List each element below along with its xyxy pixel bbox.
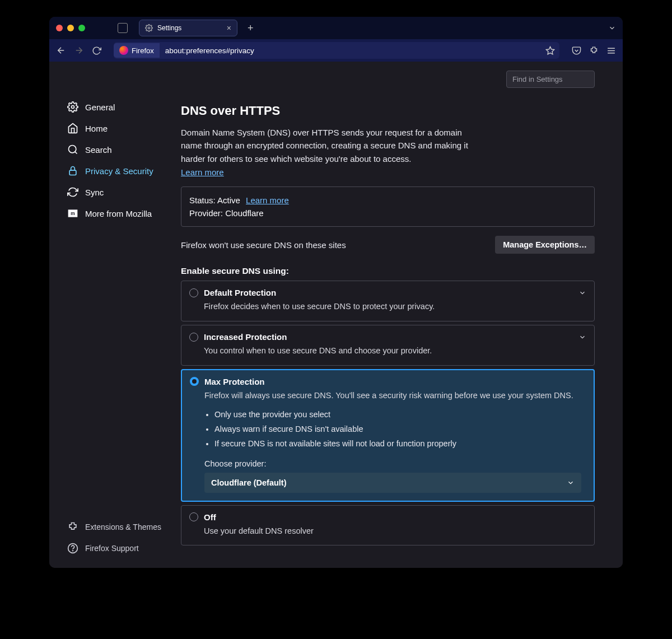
- provider-select[interactable]: Cloudflare (Default): [204, 473, 581, 493]
- exceptions-text: Firefox won't use secure DNS on these si…: [181, 240, 346, 250]
- sidebar-item-privacy[interactable]: Privacy & Security: [63, 160, 175, 181]
- svg-text:m: m: [71, 211, 74, 216]
- sidebar-item-extensions[interactable]: Extensions & Themes: [63, 516, 175, 538]
- option-title: Increased Protection: [204, 332, 287, 342]
- manage-exceptions-button[interactable]: Manage Exceptions…: [495, 236, 595, 254]
- learn-more-link[interactable]: Learn more: [181, 167, 224, 177]
- star-icon: [545, 46, 555, 55]
- settings-search-input[interactable]: [506, 71, 595, 88]
- enable-heading: Enable secure DNS using:: [181, 266, 595, 276]
- sidebar-item-label: Search: [85, 145, 112, 155]
- sidebar-item-mozilla[interactable]: m More from Mozilla: [63, 203, 175, 224]
- provider-line: Provider: Cloudflare: [189, 207, 586, 220]
- svg-line-9: [75, 152, 77, 154]
- svg-point-14: [73, 551, 73, 551]
- sidebar-item-general[interactable]: General: [63, 96, 175, 118]
- sidebar-item-support[interactable]: Firefox Support: [63, 538, 175, 559]
- provider-value: Cloudflare: [225, 208, 263, 218]
- status-box: Status: Active Learn more Provider: Clou…: [181, 186, 595, 227]
- option-desc: Firefox decides when to use secure DNS t…: [204, 301, 586, 313]
- status-learn-more-link[interactable]: Learn more: [246, 194, 289, 207]
- expand-button[interactable]: [578, 333, 586, 341]
- browser-tab[interactable]: Settings ×: [139, 20, 237, 36]
- close-window-button[interactable]: [56, 25, 63, 31]
- bookmark-button[interactable]: [545, 46, 555, 55]
- sidebar-item-label: Firefox Support: [85, 544, 139, 553]
- chevron-down-icon: [567, 479, 575, 487]
- select-value: Cloudflare (Default): [211, 478, 287, 487]
- puzzle-icon: [589, 46, 599, 55]
- puzzle-icon: [67, 521, 78, 533]
- chevron-down-icon: [578, 333, 586, 341]
- url-bar[interactable]: Firefox about:preferences#privacy: [114, 42, 559, 59]
- exceptions-row: Firefox won't use secure DNS on these si…: [181, 236, 595, 254]
- option-title: Max Protection: [204, 377, 265, 386]
- svg-rect-10: [69, 170, 76, 175]
- app-menu-button[interactable]: [606, 46, 616, 55]
- sidebar-item-search[interactable]: Search: [63, 139, 175, 160]
- search-row: [181, 71, 595, 88]
- reload-icon: [92, 46, 101, 55]
- arrow-left-icon: [56, 45, 66, 55]
- reload-button[interactable]: [92, 46, 101, 55]
- provider-label: Provider:: [189, 208, 225, 218]
- maximize-window-button[interactable]: [78, 25, 85, 31]
- bullet-item: Always warn if secure DNS isn't availabl…: [214, 425, 586, 433]
- lock-icon: [67, 165, 78, 176]
- sidebar-item-label: Home: [85, 124, 108, 133]
- bullet-item: If secure DNS is not available sites wil…: [214, 439, 586, 448]
- sidebar-item-sync[interactable]: Sync: [63, 181, 175, 203]
- radio-button[interactable]: [189, 333, 198, 342]
- minimize-window-button[interactable]: [67, 25, 74, 31]
- pocket-icon: [572, 46, 581, 55]
- firefox-window: Settings × + Firefox about:preferences#p…: [49, 17, 623, 568]
- option-title: Default Protection: [204, 288, 276, 297]
- gear-icon: [67, 101, 78, 113]
- arrow-right-icon: [74, 45, 84, 55]
- gear-icon: [145, 24, 153, 32]
- chevron-down-icon: [578, 289, 586, 297]
- sidebar-bottom: Extensions & Themes Firefox Support: [63, 516, 175, 559]
- titlebar: Settings × +: [49, 17, 623, 39]
- home-icon: [67, 123, 78, 134]
- help-icon: [67, 543, 78, 554]
- page-description: Domain Name System (DNS) over HTTPS send…: [181, 126, 483, 165]
- radio-button[interactable]: [189, 512, 198, 521]
- pocket-button[interactable]: [572, 46, 581, 55]
- forward-button[interactable]: [74, 45, 84, 55]
- close-tab-button[interactable]: ×: [227, 24, 231, 32]
- svg-point-7: [72, 106, 74, 109]
- radio-button[interactable]: [189, 288, 198, 297]
- sidebar-item-label: More from Mozilla: [85, 209, 152, 218]
- svg-point-0: [148, 27, 150, 29]
- new-tab-button[interactable]: +: [248, 22, 254, 34]
- choose-provider-label: Choose provider:: [204, 459, 586, 468]
- firefox-badge: Firefox: [114, 43, 160, 58]
- back-button[interactable]: [56, 45, 66, 55]
- window-controls: [56, 25, 85, 31]
- tabs-dropdown-button[interactable]: [608, 24, 616, 32]
- svg-point-8: [69, 146, 76, 153]
- search-icon: [67, 144, 78, 155]
- sidebar-item-label: Privacy & Security: [85, 166, 153, 176]
- option-default-protection[interactable]: Default Protection Firefox decides when …: [181, 281, 595, 321]
- option-bullets: Only use the provider you select Always …: [214, 410, 586, 448]
- status-line: Status: Active Learn more: [189, 194, 586, 207]
- settings-sidebar: General Home Search Privacy & Security S…: [49, 62, 175, 568]
- expand-button[interactable]: [578, 289, 586, 297]
- url-text: about:preferences#privacy: [165, 46, 545, 55]
- sync-icon: [67, 186, 78, 198]
- extensions-button[interactable]: [589, 46, 599, 55]
- radio-button-selected[interactable]: [190, 377, 199, 386]
- tab-title: Settings: [157, 24, 181, 32]
- option-max-protection[interactable]: Max Protection Firefox will always use s…: [181, 369, 595, 502]
- option-off[interactable]: Off Use your default DNS resolver: [181, 505, 595, 546]
- firefox-logo-icon: [119, 46, 128, 55]
- option-increased-protection[interactable]: Increased Protection You control when to…: [181, 325, 595, 366]
- sidebar-item-home[interactable]: Home: [63, 118, 175, 139]
- bullet-item: Only use the provider you select: [214, 410, 586, 419]
- mozilla-icon: m: [67, 208, 78, 219]
- sidebar-toggle-icon[interactable]: [118, 23, 128, 33]
- page-title: DNS over HTTPS: [181, 104, 595, 118]
- status-value: Active: [217, 195, 240, 205]
